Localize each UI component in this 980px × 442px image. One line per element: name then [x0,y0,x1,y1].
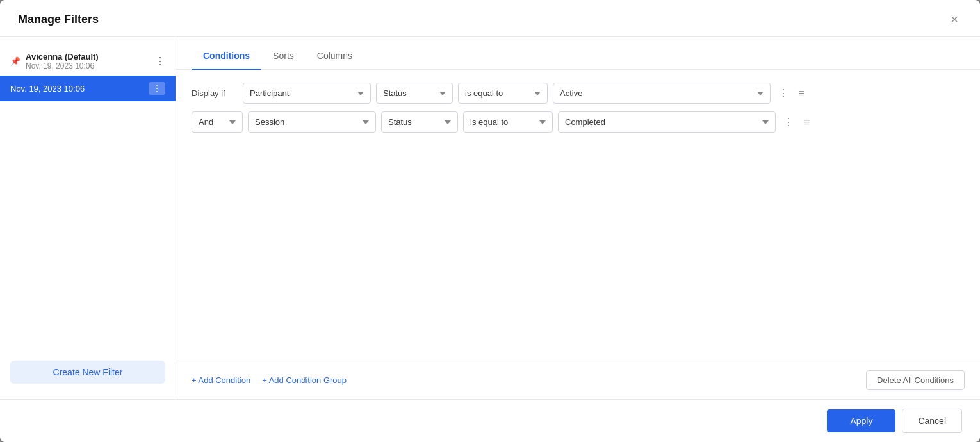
filter-default-menu-button[interactable]: ⋮ [155,55,165,67]
filter-active-menu-button[interactable]: ⋮ [149,82,165,95]
tab-sorts[interactable]: Sorts [261,42,306,70]
manage-filters-modal: Manage Filters × 📌 Avicenna (Default) No… [0,0,980,442]
apply-button[interactable]: Apply [827,409,895,432]
condition-1-entity-select[interactable]: Participant Session [243,83,371,104]
create-new-filter-button[interactable]: Create New Filter [10,361,165,384]
tabs-bar: Conditions Sorts Columns [176,37,980,70]
cancel-button[interactable]: Cancel [902,409,962,433]
condition-1-field-select[interactable]: Status [376,83,453,104]
filter-item-active[interactable]: Nov. 19, 2023 10:06 ⋮ [0,76,176,101]
condition-2-combinator-select[interactable]: And Or [192,111,243,133]
sidebar: 📌 Avicenna (Default) Nov. 19, 2023 10:06… [0,37,176,399]
add-condition-group-button[interactable]: + Add Condition Group [262,375,347,385]
tab-columns[interactable]: Columns [306,42,364,70]
content-area: Conditions Sorts Columns Display if Part… [176,37,980,399]
filter-item-default[interactable]: 📌 Avicenna (Default) Nov. 19, 2023 10:06… [0,47,176,76]
modal-body: 📌 Avicenna (Default) Nov. 19, 2023 10:06… [0,37,980,399]
condition-1-value-select[interactable]: Active Completed Inactive [553,83,771,104]
delete-all-conditions-button[interactable]: Delete All Conditions [866,370,965,390]
condition-2-value-select[interactable]: Completed Active Inactive [558,111,776,133]
modal-title: Manage Filters [18,13,99,26]
conditions-footer: + Add Condition + Add Condition Group De… [176,361,980,399]
add-condition-button[interactable]: + Add Condition [192,375,250,385]
condition-1-remove-button[interactable]: ≡ [796,85,807,102]
modal-footer: Apply Cancel [0,399,980,442]
condition-2-remove-button[interactable]: ≡ [801,114,812,131]
condition-row-2: And Or Session Participant Status is equ… [192,111,965,133]
condition-1-more-button[interactable]: ⋮ [776,85,791,102]
filter-default-date: Nov. 19, 2023 10:06 [26,61,99,70]
tab-conditions[interactable]: Conditions [192,42,261,70]
modal-overlay: Manage Filters × 📌 Avicenna (Default) No… [0,0,980,442]
condition-2-operator-select[interactable]: is equal to is not equal to [463,111,553,133]
condition-1-operator-select[interactable]: is equal to is not equal to [458,83,548,104]
condition-2-entity-select[interactable]: Session Participant [248,111,376,133]
pin-icon: 📌 [10,56,20,66]
condition-row-1: Display if Participant Session Status is… [192,83,965,104]
display-if-label: Display if [192,88,238,98]
close-button[interactable]: × [947,12,962,27]
condition-2-more-button[interactable]: ⋮ [781,113,796,131]
conditions-area: Display if Participant Session Status is… [176,70,980,361]
modal-header: Manage Filters × [0,0,980,37]
filter-default-name: Avicenna (Default) [26,52,99,61]
filter-active-date: Nov. 19, 2023 10:06 [10,84,85,94]
condition-2-field-select[interactable]: Status [381,111,458,133]
